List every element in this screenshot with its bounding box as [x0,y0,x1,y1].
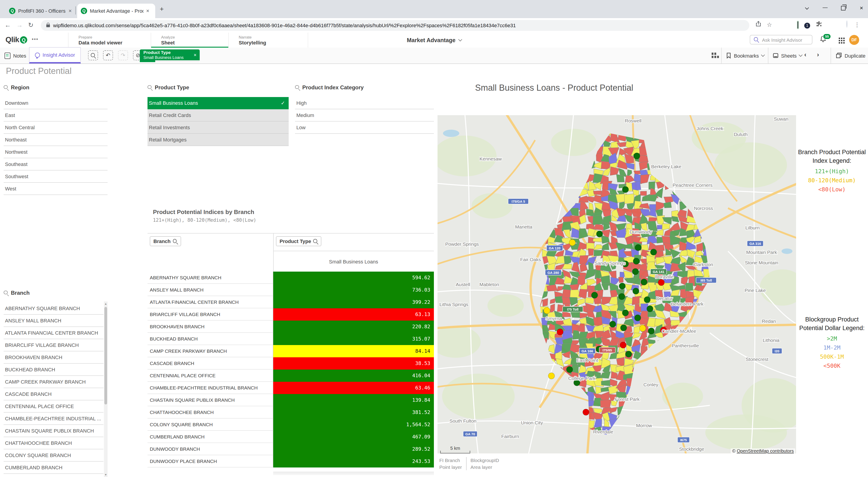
branch-point-low[interactable] [583,409,589,415]
reload-icon[interactable]: ↻ [28,21,33,29]
branch-cell[interactable]: COLONY SQUARE BRANCH [148,418,273,431]
value-cell[interactable]: 736.03 [273,284,434,296]
branch-point-medium[interactable] [544,307,550,314]
branch-point-low[interactable] [557,329,563,335]
product-type-item[interactable]: Small Business Loans✓ [148,97,289,109]
sheet-layout-icon[interactable] [712,53,713,55]
forward-icon[interactable]: → [16,21,23,29]
browser-menu-kebab-icon[interactable]: ⋮ [854,21,860,28]
branch-point-high[interactable] [647,306,653,312]
branch-cell[interactable]: DUNWOODY BRANCH [148,443,273,455]
branch-item[interactable]: CENTENNIAL PLACE OFFICE [4,400,103,413]
branch-cell[interactable]: ANSLEY MALL BRANCH [148,284,273,296]
branch-point-high[interactable] [566,366,573,373]
nav-prepare[interactable]: Prepare Data model viewer [68,33,151,47]
duplicate-button[interactable]: Duplicate [836,47,866,64]
branch-point-high[interactable] [633,258,640,264]
next-sheet-button[interactable]: › [817,51,819,58]
branch-point-high[interactable] [633,288,639,294]
sheets-button[interactable]: Sheets [773,47,802,64]
nav-analyze[interactable]: Analyze Sheet [151,33,229,47]
chip-close-icon[interactable]: × [193,52,196,58]
step-back-button[interactable]: ↶ [103,50,113,60]
map-attribution[interactable]: © OpenStreetMap contributors [731,448,795,453]
browser-tab-active[interactable]: Q Market Advantage - Product Pote × [77,4,155,18]
window-close-button[interactable]: × [856,4,867,11]
product-type-header[interactable]: Product Type [148,84,289,91]
bookmarks-button[interactable]: Bookmarks [726,47,764,64]
product-index-category-item[interactable]: Low [295,122,434,134]
branch-point-high[interactable] [633,153,640,159]
value-cell[interactable]: 63.46 [273,382,434,394]
branch-cell[interactable]: CASCADE BRANCH [148,357,273,370]
app-launcher-grid-icon[interactable] [839,38,840,39]
scroll-down-icon[interactable]: ▼ [104,473,107,477]
branch-cell[interactable]: CUMBERLAND BRANCH [148,431,273,443]
branch-cell[interactable]: ATLANTA FINANCIAL CENTER BRANCH [148,296,273,308]
branch-item[interactable]: ABERNATHY SQUARE BRANCH [4,302,103,315]
region-item[interactable]: North Central [4,122,107,134]
window-minimize-button[interactable]: — [820,4,831,10]
value-cell[interactable]: 63.13 [273,308,434,320]
branch-point-high[interactable] [625,351,632,357]
branch-point-high[interactable] [635,244,641,251]
value-cell[interactable]: 416.04 [273,370,434,382]
qlik-logo[interactable]: Qlik Q [5,35,27,44]
branch-item[interactable]: CASCADE BRANCH [4,388,103,400]
product-type-item[interactable]: Retail Credit Cards [148,109,289,122]
insight-advisor-search[interactable]: Ask Insight Advisor [750,35,812,44]
branch-point-medium[interactable] [640,325,646,332]
branch-item[interactable]: BUCKHEAD BRANCH [4,364,103,376]
new-tab-button[interactable]: + [160,5,164,13]
branch-point-high[interactable] [610,321,616,328]
branch-cell[interactable]: BROOKHAVEN BRANCH [148,320,273,333]
branch-cell[interactable]: CHASTAIN SQUARE PUBLIX BRANCH [148,394,273,406]
branch-item[interactable]: DUNWOODY BRANCH [4,474,103,477]
branch-point-high[interactable] [650,249,657,255]
branch-point-high[interactable] [644,297,650,303]
region-item[interactable]: Northeast [4,134,107,146]
branch-header[interactable]: Branch [4,289,107,297]
branch-item[interactable]: COLONY SQUARE BRANCH [4,449,103,462]
product-index-category-item[interactable]: Medium [295,109,434,122]
branch-point-high[interactable] [620,325,627,331]
branch-cell[interactable]: BRIARCLIFF VILLAGE BRANCH [148,308,273,320]
branch-point-high[interactable] [641,279,647,285]
value-cell[interactable]: 289.52 [273,443,434,455]
region-item[interactable]: Northwest [4,146,107,158]
branch-item[interactable]: CAMP CREEK PARKWAY BRANCH [4,376,103,388]
branch-scrollbar[interactable]: ▲ ▼ [104,302,107,477]
branch-item[interactable]: BRIARCLIFF VILLAGE BRANCH [4,339,103,351]
product-index-category-header[interactable]: Product Index Category [295,84,434,91]
value-cell[interactable]: 315.07 [273,333,434,345]
product-index-category-item[interactable]: High [295,97,434,109]
value-cell[interactable]: 139.84 [273,394,434,406]
branch-cell[interactable]: ABERNATHY SQUARE BRANCH [148,272,273,284]
branch-point-high[interactable] [622,310,628,316]
product-type-column-header[interactable]: Product Type [276,236,321,246]
branch-item[interactable]: ATLANTA FINANCIAL CENTER BRANCH [4,327,103,339]
extensions-puzzle-icon[interactable] [816,21,822,28]
branch-cell[interactable]: CAMP CREEK PARKWAY BRANCH [148,345,273,357]
selection-chip-product-type[interactable]: Product Type Small Business Loans × [140,49,200,60]
value-cell[interactable]: 1,564.52 [273,418,434,431]
value-cell[interactable]: 381.52 [273,406,434,418]
table-horizontal-scrollbar[interactable] [273,472,434,475]
branch-item[interactable]: ANSLEY MALL BRANCH [4,315,103,327]
address-bar[interactable]: wipflidemo.us.qlikcloud.com/sense/app/5c… [41,20,749,31]
nav-narrate[interactable]: Narrate Storytelling [228,33,308,47]
point-layer-caption[interactable]: FI BranchPoint layer [439,457,466,470]
extension-badge-icon[interactable]: 1 [804,22,810,29]
branch-cell[interactable]: CHATTAHOOCHEE BRANCH [148,406,273,418]
region-item[interactable]: Southwest [4,170,107,183]
window-restore-button[interactable] [838,4,849,11]
value-cell[interactable]: 38.53 [273,357,434,370]
notes-button[interactable]: Notes [4,47,26,64]
branch-cell[interactable]: BUCKHEAD BRANCH [148,333,273,345]
branch-point-medium[interactable] [548,373,555,379]
tab-close-icon[interactable]: × [146,8,149,14]
search-selections-button[interactable] [88,50,98,60]
step-forward-button[interactable]: ↷ [118,50,128,60]
region-item[interactable]: Downtown [4,97,107,109]
insight-advisor-button[interactable]: Insight Advisor [29,47,81,64]
